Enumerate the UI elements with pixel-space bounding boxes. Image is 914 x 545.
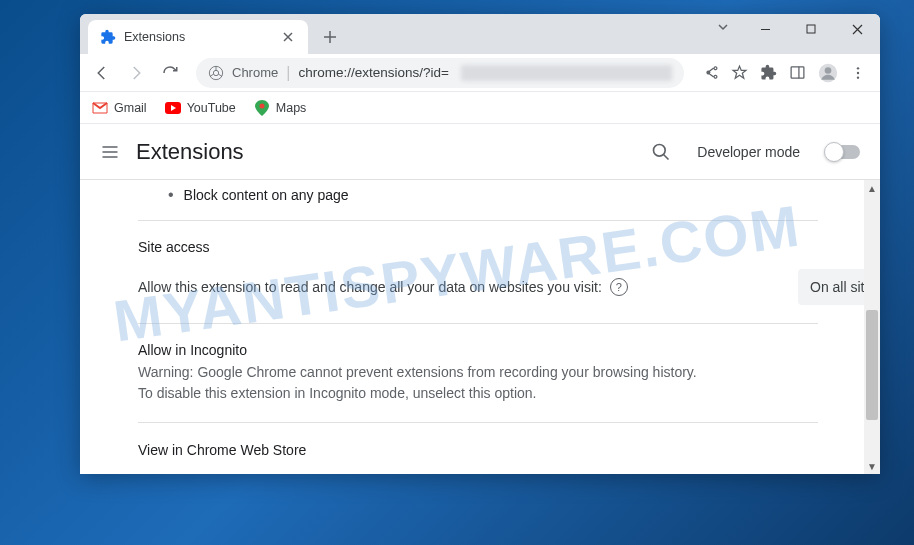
bookmark-maps[interactable]: Maps xyxy=(254,100,307,116)
content: Block content on any page Site access Al… xyxy=(80,180,880,474)
bookmark-gmail[interactable]: Gmail xyxy=(92,100,147,116)
maps-icon xyxy=(254,100,270,116)
reload-button[interactable] xyxy=(156,59,184,87)
youtube-icon xyxy=(165,100,181,116)
extensions-puzzle-icon[interactable] xyxy=(760,64,777,81)
site-access-label: Site access xyxy=(138,239,818,255)
bookmark-youtube[interactable]: YouTube xyxy=(165,100,236,116)
scrollbar-thumb[interactable] xyxy=(866,310,878,420)
omnibox-url: chrome://extensions/?id= xyxy=(298,65,448,80)
gmail-icon xyxy=(92,100,108,116)
help-icon[interactable]: ? xyxy=(610,278,628,296)
bookmarks-bar: Gmail YouTube Maps xyxy=(80,92,880,124)
permission-bullet: Block content on any page xyxy=(138,180,818,220)
svg-point-5 xyxy=(825,67,832,74)
svg-point-10 xyxy=(259,103,264,108)
page-title: Extensions xyxy=(136,139,635,165)
window-controls xyxy=(742,14,880,44)
allow-extension-text: Allow this extension to read and change … xyxy=(138,279,602,295)
maximize-button[interactable] xyxy=(788,14,834,44)
share-icon[interactable] xyxy=(702,64,719,81)
bookmark-label: Gmail xyxy=(114,101,147,115)
titlebar: Extensions xyxy=(80,14,880,54)
bookmark-star-icon[interactable] xyxy=(731,64,748,81)
omnibox-blurred-id xyxy=(461,65,672,81)
view-store-row[interactable]: View in Chrome Web Store xyxy=(138,422,818,474)
bookmark-label: Maps xyxy=(276,101,307,115)
chrome-window: Extensions Chrome | chrome://extensions/… xyxy=(80,14,880,474)
scroll-down-arrow[interactable]: ▼ xyxy=(864,458,880,474)
tab-close-button[interactable] xyxy=(280,29,296,45)
tab-search-button[interactable] xyxy=(716,20,730,34)
profile-avatar-icon[interactable] xyxy=(818,63,838,83)
svg-point-6 xyxy=(857,67,859,69)
side-panel-icon[interactable] xyxy=(789,64,806,81)
incognito-title: Allow in Incognito xyxy=(138,342,708,358)
incognito-warning: Warning: Google Chrome cannot prevent ex… xyxy=(138,362,708,404)
chrome-logo-icon xyxy=(208,65,224,81)
menu-kebab-icon[interactable] xyxy=(850,65,866,81)
view-store-label: View in Chrome Web Store xyxy=(138,442,306,458)
site-access-section: Site access Allow this extension to read… xyxy=(138,220,818,323)
omnibox[interactable]: Chrome | chrome://extensions/?id= xyxy=(196,58,684,88)
svg-point-8 xyxy=(857,76,859,78)
tab-title: Extensions xyxy=(124,30,272,44)
menu-hamburger-icon[interactable] xyxy=(100,142,120,162)
extensions-page: Extensions Developer mode Block content … xyxy=(80,124,880,474)
scrollbar-track[interactable]: ▲ ▼ xyxy=(864,180,880,474)
new-tab-button[interactable] xyxy=(316,23,344,51)
omnibox-scheme-label: Chrome xyxy=(232,65,278,80)
search-icon[interactable] xyxy=(651,142,671,162)
svg-rect-3 xyxy=(791,67,804,78)
scroll-up-arrow[interactable]: ▲ xyxy=(864,180,880,196)
content-scroll-area: Block content on any page Site access Al… xyxy=(80,180,880,474)
extension-icon xyxy=(100,29,116,45)
svg-point-11 xyxy=(654,144,666,156)
minimize-button[interactable] xyxy=(742,14,788,44)
forward-button[interactable] xyxy=(122,59,150,87)
developer-mode-toggle[interactable] xyxy=(826,145,860,159)
bookmark-label: YouTube xyxy=(187,101,236,115)
page-header: Extensions Developer mode xyxy=(80,124,880,180)
close-window-button[interactable] xyxy=(834,14,880,44)
developer-mode-label: Developer mode xyxy=(697,144,800,160)
toolbar-icons xyxy=(696,63,872,83)
incognito-section: Allow in Incognito Warning: Google Chrom… xyxy=(138,323,818,422)
browser-tab[interactable]: Extensions xyxy=(88,20,308,54)
svg-point-7 xyxy=(857,71,859,73)
address-bar: Chrome | chrome://extensions/?id= xyxy=(80,54,880,92)
svg-rect-0 xyxy=(807,25,815,33)
back-button[interactable] xyxy=(88,59,116,87)
omnibox-separator: | xyxy=(286,64,290,82)
